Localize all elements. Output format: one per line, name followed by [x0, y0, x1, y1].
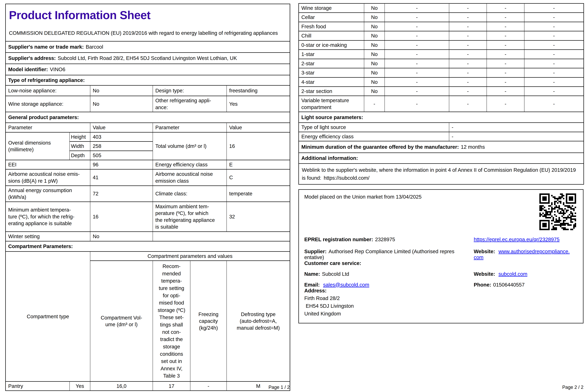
compartment-value-cell: -	[487, 22, 524, 31]
compartment-name-cell: 2-star	[299, 59, 364, 68]
compartment-name-cell: 2-star section	[299, 86, 364, 96]
page-1: Product Information Sheet COMMISSION DEL…	[5, 4, 290, 391]
additional-heading: Additional information:	[299, 153, 584, 164]
noise-label: Airborne acoustical noise emis- sions (d…	[6, 169, 90, 186]
noise-class-label: Airborne acoustical noise emission class	[153, 169, 226, 186]
compartment-value-cell: No	[364, 31, 385, 40]
compartment-row: Wine storageNo----	[299, 4, 584, 12]
compartment-value-cell: No	[364, 50, 385, 59]
compartment-rows: Wine storageNo----CellarNo----Fresh food…	[299, 4, 584, 112]
supplier-name-cell: Supplier's name or trade mark:Barcool	[6, 41, 290, 52]
general-heading: General product parameters:	[6, 112, 290, 123]
compartment-value-cell: -	[449, 31, 487, 40]
eprel-link[interactable]: https://eprel.ec.europa.eu/qr/2328975	[474, 236, 560, 242]
care-email-link[interactable]: sales@subcold.com	[323, 282, 369, 288]
page-title: Product Information Sheet	[9, 8, 286, 23]
compartment-row: CellarNo----	[299, 12, 584, 22]
compartment-value-cell: -	[385, 40, 449, 50]
supplier-website-label: Website:	[474, 248, 495, 254]
compartment-value-cell: -	[524, 68, 584, 77]
care-website-link[interactable]: subcold.com	[498, 271, 527, 277]
regulation-subtitle: COMMISSION DELEGATED REGULATION (EU) 201…	[9, 29, 286, 37]
depth-value: 505	[90, 151, 153, 160]
col-freezing: Freezing capacity (kg/24h)	[190, 261, 226, 382]
compartment-value-cell: No	[364, 22, 385, 31]
compartment-row: ChillNo----	[299, 31, 584, 40]
compartment-row: 3-starNo----	[299, 68, 584, 77]
max-ambient-label: Maximum ambient tem- perature (ºC), for …	[153, 202, 226, 232]
compartment-value-cell: -	[385, 86, 449, 96]
low-noise-value: No	[90, 86, 153, 96]
compartment-value-cell: No	[364, 12, 385, 22]
max-ambient-value: 32	[226, 202, 290, 232]
guarantee-row: Minimum duration of the guarantee offere…	[299, 141, 584, 153]
eei-value: 96	[90, 160, 153, 169]
compartment-value-cell: -	[487, 50, 524, 59]
dimensions-label: Overal dimensions (millimetre)	[6, 132, 70, 160]
compartment-value-cell: -	[385, 4, 449, 12]
compartment-row: 0-star or ice-makingNo----	[299, 40, 584, 50]
model-identifier-row: Model identifier:VINO6	[6, 64, 290, 75]
compartment-row: Variable temperature compartment-----	[299, 96, 584, 112]
compartment-row: 2-starNo----	[299, 59, 584, 68]
additional-heading-row: Additional information:	[299, 153, 584, 164]
compartment-name-cell: Cellar	[299, 12, 364, 22]
compartment-value-cell: -	[487, 59, 524, 68]
compartment-value-cell: -	[487, 68, 524, 77]
type-heading: Type of refrigerating appliance:	[6, 75, 290, 86]
design-type-value: freestanding	[226, 86, 290, 96]
compartment-name-cell: 3-star	[299, 68, 364, 77]
wine-storage-value: No	[90, 96, 153, 112]
care-email-label: Email:	[304, 282, 320, 288]
light-type-label: Type of light source	[299, 122, 449, 132]
compartment-value-cell: -	[385, 22, 449, 31]
col-temperature: Recom- mended tempera- ture setting for …	[153, 261, 190, 382]
compartment-value-cell: -	[524, 12, 584, 22]
supplier-name-value: Barcool	[86, 44, 103, 50]
compartment-row: 4-starNo----	[299, 78, 584, 86]
care-phone-label: Phone:	[474, 282, 491, 288]
guarantee-label: Minimum duration of the guarantee offere…	[301, 144, 459, 150]
light-class-value: -	[449, 132, 584, 141]
compartment-value-cell: -	[449, 96, 487, 112]
weblink-row: Weblink to the supplier's website, where…	[299, 164, 584, 184]
compartment-continued-table: Wine storageNo----CellarNo----Fresh food…	[298, 3, 584, 184]
page2-footer: Page 2 / 2	[298, 385, 584, 390]
param-header-row: Parameter Value Parameter Value	[6, 123, 290, 132]
compartment-value-cell: -	[524, 78, 584, 86]
compartment-value-cell: -	[449, 40, 487, 50]
width-value: 258	[90, 142, 153, 151]
weblink-url: https://subcold.com/	[324, 175, 370, 181]
compartment-value-cell: -	[524, 4, 584, 12]
general-heading-row: General product parameters:	[6, 112, 290, 123]
compartment-value-cell: -	[385, 59, 449, 68]
supplier-label: Supplier:	[304, 248, 326, 254]
light-heading: Light source parameters:	[299, 112, 584, 122]
winter-setting-row: Winter setting No	[6, 232, 290, 241]
height-label: Height	[70, 132, 90, 142]
compartment-span-header: Compartment parameters and values	[90, 252, 290, 261]
compartment-row: 2-star sectionNo----	[299, 86, 584, 96]
model-identifier-cell: Model identifier:VINO6	[6, 64, 290, 75]
ambient-temp-row: Minimum ambient tempera- ture (ºC), for …	[6, 202, 290, 232]
supplier-name-row: Supplier's name or trade mark:Barcool	[6, 41, 290, 52]
qr-code-icon	[539, 194, 576, 230]
compartment-value-cell: No	[364, 86, 385, 96]
supplier-address-value: Subcold Ltd, Firth Road 28/2, EH54 5DJ S…	[58, 55, 237, 61]
compartment-value-cell: -	[487, 12, 524, 22]
light-class-row: Energy efficiency class -	[299, 132, 584, 141]
value-header-2: Value	[226, 123, 290, 132]
care-heading: Customer care service:	[299, 260, 583, 266]
guarantee-cell: Minimum duration of the guarantee offere…	[299, 141, 584, 153]
care-website-label: Website:	[474, 271, 495, 277]
compartment-value-cell: -	[449, 22, 487, 31]
compartment-value-cell: -	[385, 78, 449, 86]
supplier-address-row: Supplier's address:Subcold Ltd, Firth Ro…	[6, 52, 290, 64]
compartment-value-cell: -	[449, 59, 487, 68]
title-row: Product Information Sheet COMMISSION DEL…	[6, 4, 290, 41]
compartment-value-cell: -	[487, 96, 524, 112]
compartment-value-cell: -	[449, 50, 487, 59]
eprel-number: EPREL registration number:2328975	[304, 236, 474, 242]
care-phone-value: 01506440557	[493, 282, 525, 288]
model-identifier-value: VINO6	[50, 66, 65, 72]
